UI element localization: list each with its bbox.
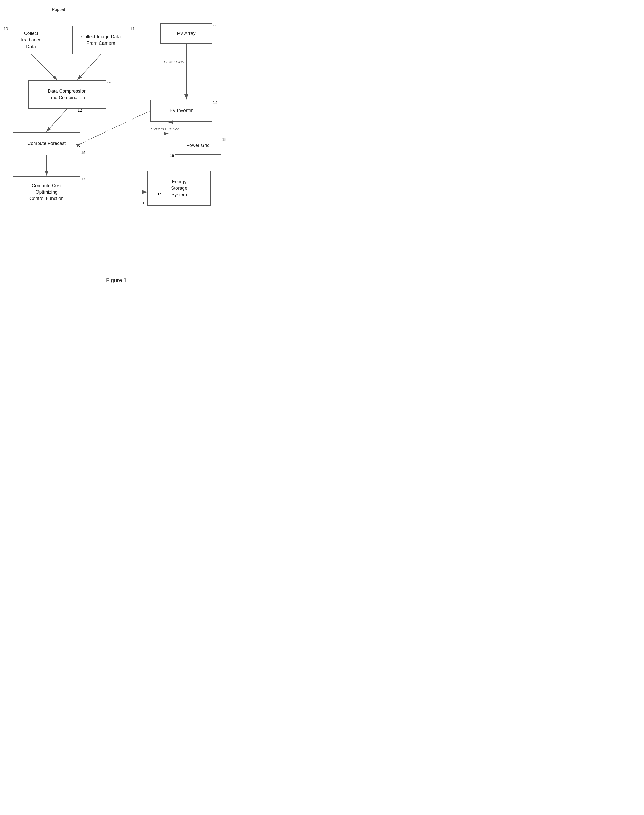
data-compression-box: 12 Data Compressionand Combination: [28, 80, 106, 109]
node-16-label: 16: [157, 192, 162, 196]
compute-forecast-text: Compute Forecast: [28, 140, 66, 147]
diagram: Repeat 10 CollectIrradianceData 11 Colle…: [0, 0, 233, 274]
pv-array-box: 13 PV Array: [160, 23, 212, 44]
power-grid-box: 18 Power Grid: [175, 137, 221, 155]
svg-line-3: [31, 54, 57, 80]
svg-line-4: [78, 54, 101, 80]
data-compression-label: 12: [107, 80, 111, 86]
pv-array-text: PV Array: [177, 30, 195, 37]
energy-storage-box: 16 EnergyStorageSystem: [147, 171, 211, 206]
power-grid-label: 18: [222, 137, 226, 142]
pv-array-label: 13: [213, 23, 217, 29]
collect-irradiance-label: 10: [4, 26, 8, 31]
figure-caption: Figure 1: [0, 277, 233, 289]
power-flow-label: Power Flow: [164, 60, 184, 64]
compute-forecast-box: 15 Compute Forecast: [13, 132, 80, 155]
collect-image-text: Collect Image DataFrom Camera: [81, 34, 121, 47]
system-bus-bar-label: System Bus Bar: [151, 127, 179, 131]
compute-cost-box: 17 Compute CostOptimizingControl Functio…: [13, 176, 80, 208]
collect-irradiance-box: 10 CollectIrradianceData: [8, 26, 54, 54]
compute-cost-id: 17: [81, 176, 85, 181]
collect-irradiance-text: CollectIrradianceData: [21, 30, 41, 50]
energy-storage-id: 16: [142, 200, 147, 206]
node-12-label: 12: [78, 108, 82, 112]
pv-inverter-label: 14: [213, 100, 217, 105]
repeat-label: Repeat: [52, 7, 65, 12]
collect-image-box: 11 Collect Image DataFrom Camera: [72, 26, 129, 54]
energy-storage-text: EnergyStorageSystem: [171, 179, 187, 198]
power-grid-text: Power Grid: [186, 142, 210, 149]
collect-image-label: 11: [130, 26, 135, 31]
pv-inverter-text: PV Inverter: [169, 107, 193, 114]
svg-line-7: [81, 111, 150, 144]
node-19-label: 19: [170, 153, 174, 158]
node-15-label: 15: [76, 143, 81, 147]
pv-inverter-box: 14 PV Inverter: [150, 100, 212, 122]
svg-line-5: [47, 109, 67, 132]
data-compression-text: Data Compressionand Combination: [48, 88, 86, 101]
compute-cost-text: Compute CostOptimizingControl Function: [29, 183, 64, 202]
compute-forecast-id: 15: [81, 150, 85, 155]
